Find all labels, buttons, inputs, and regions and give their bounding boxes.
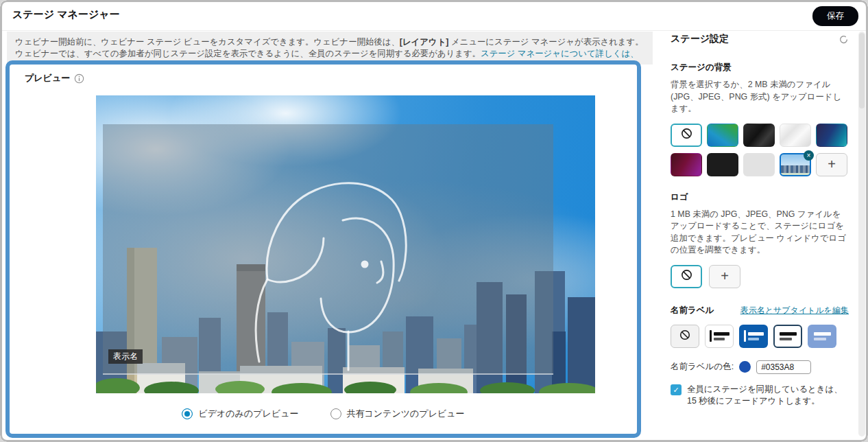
scrollbar-thumb[interactable]	[859, 33, 865, 108]
edit-display-name-link[interactable]: 表示名とサブタイトルを編集	[740, 305, 849, 316]
sidebar-scrollbar[interactable]	[858, 32, 865, 437]
titlebar: ステージ マネージャー 保存	[0, 0, 868, 31]
name-label-color-input[interactable]	[756, 360, 811, 374]
sync-fadeout-label: 全員にステージを同期しているときは、15 秒後にフェードアウトします。	[687, 384, 847, 408]
settings-title: ステージ設定	[671, 33, 729, 45]
background-swatch-dark-wave[interactable]	[743, 124, 775, 147]
display-name-tag[interactable]: 表示名	[108, 349, 143, 364]
background-swatch-teal-green[interactable]	[707, 124, 738, 147]
participant-placeholder-icon	[247, 164, 432, 371]
plus-icon: +	[828, 156, 836, 172]
background-description: 背景を選択するか、2 MB 未満のファイル (JPG、JPEG、PNG 形式) …	[671, 79, 846, 115]
logo-upload-button[interactable]: +	[709, 265, 740, 288]
name-label-section-title: 名前ラベル	[671, 305, 714, 316]
refresh-icon	[839, 36, 849, 47]
x-icon[interactable]: ×	[804, 150, 814, 161]
preview-panel: プレビュー	[5, 60, 641, 438]
name-label-style-options	[671, 325, 861, 348]
info-banner: ウェビナー開始前に、ウェビナー ステージ ビューをカスタマイズできます。ウェビナ…	[7, 32, 653, 65]
background-swatch-maroon-purple[interactable]	[671, 153, 702, 176]
logo-none-button[interactable]	[671, 265, 702, 288]
background-upload-button[interactable]: +	[816, 153, 847, 176]
save-button[interactable]: 保存	[812, 6, 858, 26]
info-icon[interactable]	[74, 73, 84, 84]
name-label-style-none[interactable]	[671, 325, 699, 348]
background-swatch-light-gray[interactable]	[743, 153, 775, 176]
background-section-title: ステージの背景	[671, 62, 861, 73]
radio-selected-icon[interactable]	[182, 408, 193, 419]
name-label-style-blue[interactable]	[739, 325, 768, 348]
background-swatch-city-image-selected[interactable]: ×	[780, 153, 811, 176]
stage-manager-window: ステージ マネージャー 保存 ウェビナー開始前に、ウェビナー ステージ ビューを…	[0, 0, 868, 442]
logo-description: 1 MB 未満の JPG、JPEG、PNG ファイルをアップロードすることで、ス…	[671, 209, 846, 257]
background-swatch-black[interactable]	[707, 153, 738, 176]
name-label-style-white-accent[interactable]	[705, 325, 734, 348]
reset-button[interactable]	[839, 34, 849, 45]
name-label-style-white-plain-selected[interactable]	[773, 325, 802, 348]
stage-settings-sidebar: ステージ設定 ステージの背景 背景を選択するか、2 MB 未満のファイル (JP…	[660, 33, 861, 408]
name-label-color-dot[interactable]	[739, 361, 751, 373]
banner-line-1: ウェビナー開始前に、ウェビナー ステージ ビューをカスタマイズできます。ウェビナ…	[15, 36, 644, 48]
checkbox-check-icon: ✓	[673, 386, 679, 394]
prohibited-icon	[680, 268, 693, 284]
background-swatch-grid: × +	[671, 124, 849, 176]
preview-title: プレビュー	[25, 72, 84, 84]
radio-video-only[interactable]: ビデオのみのプレビュー	[182, 408, 298, 420]
stage-background-image: 表示名	[96, 95, 595, 393]
radio-shared-content[interactable]: 共有コンテンツのプレビュー	[330, 408, 465, 420]
sync-fadeout-checkbox[interactable]: ✓	[671, 384, 682, 395]
prohibited-icon	[679, 329, 691, 344]
video-preview-overlay[interactable]: 表示名	[103, 124, 553, 375]
plus-icon: +	[721, 268, 729, 284]
background-swatch-navy-teal[interactable]	[816, 124, 847, 147]
preview-mode-radios: ビデオのみのプレビュー 共有コンテンツのプレビュー	[10, 408, 637, 420]
logo-options: +	[671, 265, 861, 288]
background-none-swatch[interactable]	[671, 124, 702, 147]
background-swatch-light-silk[interactable]	[780, 124, 811, 147]
logo-section-title: ロゴ	[671, 191, 861, 203]
prohibited-icon	[680, 127, 693, 143]
page-title: ステージ マネージャー	[12, 8, 120, 21]
name-label-color-label: 名前ラベルの色:	[671, 361, 734, 373]
name-label-style-translucent-blue[interactable]	[808, 325, 836, 348]
radio-unselected-icon[interactable]	[330, 408, 341, 419]
